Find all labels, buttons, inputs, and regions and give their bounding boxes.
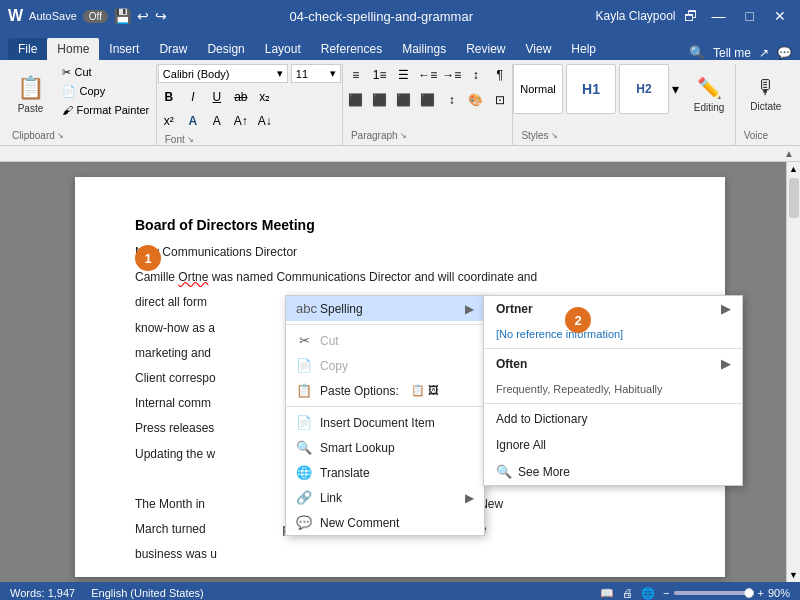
document-page[interactable]: 1 Board of Directors Meeting New Communi… (75, 177, 725, 577)
tab-references[interactable]: References (311, 38, 392, 60)
align-center-button[interactable]: ⬛ (369, 89, 391, 111)
style-h1[interactable]: H1 (566, 64, 616, 114)
sub-suggestion-arrow: ▶ (721, 302, 730, 316)
ctx-new-comment[interactable]: 💬 New Comment (286, 510, 484, 535)
style-h2[interactable]: H2 (619, 64, 669, 114)
scroll-thumb[interactable] (789, 178, 799, 218)
maximize-button[interactable]: □ (740, 6, 760, 26)
font-size-selector[interactable]: 11 ▾ (291, 64, 341, 83)
paste-options-icons: 📋 🖼 (411, 384, 439, 397)
view-print-icon[interactable]: 🖨 (622, 587, 633, 599)
ctx-insert-doc[interactable]: 📄 Insert Document Item (286, 410, 484, 435)
font-color-button[interactable]: A (182, 110, 204, 132)
tab-design[interactable]: Design (197, 38, 254, 60)
undo-icon[interactable]: ↩ (137, 8, 149, 24)
tab-view[interactable]: View (516, 38, 562, 60)
ctx-spelling[interactable]: abc Spelling ▶ (286, 296, 484, 321)
shading-button[interactable]: 🎨 (465, 89, 487, 111)
save-icon[interactable]: 💾 (114, 8, 131, 24)
ctx-paste-label: Paste Options: (320, 384, 399, 398)
paste-button[interactable]: 📋 Paste (6, 64, 54, 124)
align-left-button[interactable]: ⬛ (345, 89, 367, 111)
subscript-button[interactable]: x₂ (254, 86, 276, 108)
clipboard-label: Clipboard (12, 130, 55, 141)
vertical-scrollbar[interactable]: ▲ ▼ (786, 162, 800, 582)
zoom-minus-button[interactable]: − (663, 587, 669, 599)
word-logo: W (8, 7, 23, 25)
sub-suggestion[interactable]: Ortner ▶ (484, 296, 742, 322)
ribbon-collapse-icon[interactable]: 🗗 (684, 8, 698, 24)
increase-indent-button[interactable]: →≡ (441, 64, 463, 86)
format-painter-button[interactable]: 🖌 Format Painter (58, 102, 153, 118)
zoom-slider[interactable]: − + 90% (663, 587, 790, 599)
paragraph-expand-icon[interactable]: ↘ (400, 131, 407, 140)
cut-button[interactable]: ✂ Cut (58, 64, 153, 81)
redo-icon[interactable]: ↪ (155, 8, 167, 24)
minimize-button[interactable]: — (706, 6, 732, 26)
font-selector[interactable]: Calibri (Body) ▾ (158, 64, 288, 83)
editing-button[interactable]: ✏️ Editing (683, 64, 735, 124)
align-right-button[interactable]: ⬛ (393, 89, 415, 111)
style-normal[interactable]: Normal (513, 64, 563, 114)
comments-icon[interactable]: 💬 (777, 46, 792, 60)
close-button[interactable]: ✕ (768, 6, 792, 26)
numbering-button[interactable]: 1≡ (369, 64, 391, 86)
font-size-up-button[interactable]: A↑ (230, 110, 252, 132)
sub-often[interactable]: Often ▶ (484, 351, 742, 377)
dictate-label: Dictate (750, 101, 781, 112)
sub-see-more[interactable]: 🔍 See More (484, 458, 742, 485)
share-icon[interactable]: ↗ (759, 46, 769, 60)
ctx-smart-lookup[interactable]: 🔍 Smart Lookup (286, 435, 484, 460)
styles-more-icon[interactable]: ▾ (672, 81, 679, 97)
zoom-handle[interactable] (744, 588, 754, 598)
strikethrough-button[interactable]: ab (230, 86, 252, 108)
sort-button[interactable]: ↕ (465, 64, 487, 86)
ctx-translate[interactable]: 🌐 Translate (286, 460, 484, 485)
paragraph-group: ≡ 1≡ ☰ ←≡ →≡ ↕ ¶ ⬛ ⬛ ⬛ ⬛ ↕ 🎨 ⊡ Paragraph… (343, 64, 513, 145)
borders-button[interactable]: ⊡ (489, 89, 511, 111)
doc-para-1: New Communications Director (135, 243, 665, 262)
font-expand-icon[interactable]: ↘ (187, 135, 194, 144)
scroll-down-button[interactable]: ▼ (787, 568, 801, 582)
tell-me-label[interactable]: Tell me (713, 46, 751, 60)
underline-button[interactable]: U (206, 86, 228, 108)
tab-help[interactable]: Help (561, 38, 606, 60)
multilevel-button[interactable]: ☰ (393, 64, 415, 86)
tab-mailings[interactable]: Mailings (392, 38, 456, 60)
dictate-button[interactable]: 🎙 Dictate (742, 64, 790, 124)
autosave-toggle[interactable]: Off (83, 10, 108, 23)
ctx-paste-options: 📋 Paste Options: 📋 🖼 (286, 378, 484, 403)
sub-add-dict[interactable]: Add to Dictionary (484, 406, 742, 432)
tab-home[interactable]: Home (47, 38, 99, 60)
search-icon[interactable]: 🔍 (689, 45, 705, 60)
view-web-icon[interactable]: 🌐 (641, 587, 655, 600)
bullets-button[interactable]: ≡ (345, 64, 367, 86)
font-size-down-button[interactable]: A↓ (254, 110, 276, 132)
sub-ignore-all[interactable]: Ignore All (484, 432, 742, 458)
tab-insert[interactable]: Insert (99, 38, 149, 60)
decrease-indent-button[interactable]: ←≡ (417, 64, 439, 86)
ribbon-tabs: File Home Insert Draw Design Layout Refe… (0, 32, 800, 60)
scroll-up-button[interactable]: ▲ (787, 162, 801, 176)
tab-layout[interactable]: Layout (255, 38, 311, 60)
bold-button[interactable]: B (158, 86, 180, 108)
zoom-plus-button[interactable]: + (758, 587, 764, 599)
title-bar: W AutoSave Off 💾 ↩ ↪ 04-check-spelling-a… (0, 0, 800, 32)
ctx-link[interactable]: 🔗 Link ▶ (286, 485, 484, 510)
superscript-button[interactable]: x² (158, 110, 180, 132)
highlight-button[interactable]: A (206, 110, 228, 132)
show-marks-button[interactable]: ¶ (489, 64, 511, 86)
tab-review[interactable]: Review (456, 38, 515, 60)
line-spacing-button[interactable]: ↕ (441, 89, 463, 111)
ribbon-collapse-btn[interactable]: ▲ (784, 148, 794, 159)
tab-file[interactable]: File (8, 38, 47, 60)
justify-button[interactable]: ⬛ (417, 89, 439, 111)
styles-expand-icon[interactable]: ↘ (551, 131, 558, 140)
cut-ctx-icon: ✂ (296, 333, 312, 348)
view-read-icon[interactable]: 📖 (600, 587, 614, 600)
tab-draw[interactable]: Draw (149, 38, 197, 60)
clipboard-expand-icon[interactable]: ↘ (57, 131, 64, 140)
copy-button[interactable]: 📄 Copy (58, 83, 153, 100)
italic-button[interactable]: I (182, 86, 204, 108)
insert-icon: 📄 (296, 415, 312, 430)
